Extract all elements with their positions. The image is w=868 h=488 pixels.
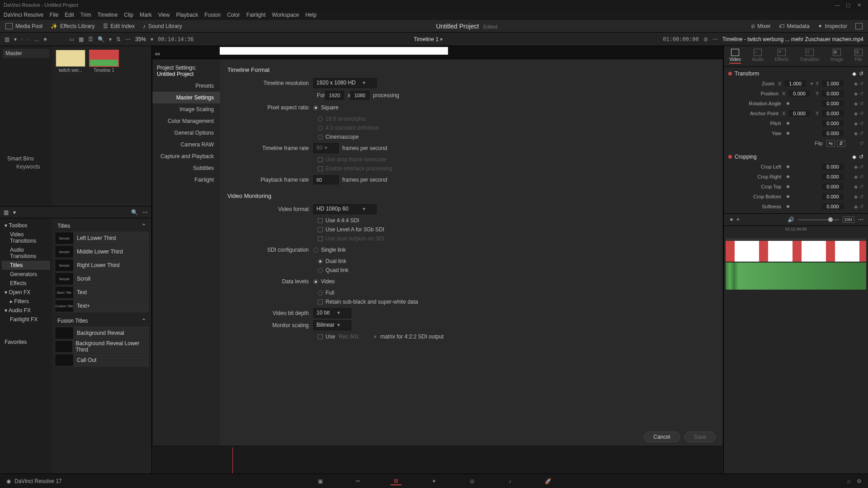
deliver-page[interactable]: 🚀 xyxy=(542,477,553,485)
openfx-node[interactable]: ▾ Open FX xyxy=(2,288,50,297)
dl-video-radio[interactable] xyxy=(313,279,318,284)
filters-node[interactable]: ▸ Filters xyxy=(2,297,50,306)
title-item[interactable]: SampleMiddle Lower Third xyxy=(55,245,149,258)
add-keyframe-icon[interactable]: + xyxy=(736,216,740,223)
playhead[interactable] xyxy=(232,447,233,474)
monitor-scaling-select[interactable]: Bilinear ▾ xyxy=(313,320,351,330)
title-item[interactable]: SampleRight Lower Third xyxy=(55,259,149,272)
cat-fairlight[interactable]: Fairlight xyxy=(152,174,220,186)
rotation-slider[interactable] xyxy=(787,102,789,105)
edit-page[interactable]: ⊞ xyxy=(391,477,401,485)
playback-fr-input[interactable]: 60 xyxy=(313,175,339,184)
keyframe-icon[interactable]: ◆ xyxy=(852,70,856,77)
minimize-icon[interactable]: — xyxy=(832,2,843,8)
menu-fusion[interactable]: Fusion xyxy=(204,12,221,18)
volume-slider[interactable] xyxy=(798,219,839,221)
levela-check[interactable] xyxy=(318,227,323,232)
cancel-button[interactable]: Cancel xyxy=(644,432,679,442)
video-track[interactable] xyxy=(726,238,866,262)
edit-index-button[interactable]: ☰Edit Index xyxy=(103,23,135,29)
crop-top-slider[interactable] xyxy=(787,185,789,188)
menu-trim[interactable]: Trim xyxy=(80,12,91,18)
menu-help[interactable]: Help xyxy=(305,12,316,18)
bin-view-icon[interactable]: ▥ xyxy=(5,36,9,42)
menu-edit[interactable]: Edit xyxy=(65,12,74,18)
titles-node[interactable]: Titles xyxy=(2,261,50,270)
collapse-icon[interactable]: ⌃ xyxy=(142,318,146,324)
inspector-tab-file[interactable]: ▥File xyxy=(854,49,863,64)
par-cine-radio[interactable] xyxy=(318,135,323,140)
fusion-title-item[interactable]: Background Reveal Lower Third xyxy=(55,340,149,353)
fairlight-page[interactable]: ♪ xyxy=(505,477,515,485)
crop-right-slider[interactable] xyxy=(787,175,789,178)
enable-dot-icon[interactable] xyxy=(728,72,732,75)
audio-track[interactable] xyxy=(726,263,866,290)
collapse-icon[interactable]: ⌃ xyxy=(142,223,146,229)
yaw-slider[interactable] xyxy=(787,132,789,135)
maximize-icon[interactable]: ▢ xyxy=(843,2,854,8)
bin-master[interactable]: Master xyxy=(3,49,49,58)
panel-icon[interactable]: ▥ xyxy=(4,209,9,216)
softness-slider[interactable] xyxy=(787,205,789,208)
pos-y[interactable]: 0.000 xyxy=(822,90,844,97)
anchor-x[interactable]: 0.000 xyxy=(788,110,810,117)
menu-clip[interactable]: Clip xyxy=(124,12,133,18)
chevron-down-icon[interactable]: ▾ xyxy=(151,36,153,42)
chevron-down-icon[interactable]: ▾ xyxy=(440,36,443,42)
title-item[interactable]: Custom TitleText+ xyxy=(55,300,149,312)
gear-icon[interactable]: ⚙ xyxy=(857,478,862,484)
use444-check[interactable] xyxy=(318,218,323,223)
chevron-down-icon[interactable]: ▾ xyxy=(13,209,16,216)
menu-file[interactable]: File xyxy=(50,12,58,18)
keyframe-slider[interactable] xyxy=(730,218,733,221)
timeline-ruler[interactable]: 01:11:40:00 xyxy=(724,225,868,238)
sdi-dual-radio[interactable] xyxy=(318,259,323,264)
keywords-bin[interactable]: Keywords xyxy=(7,164,45,170)
sdi-quad-radio[interactable] xyxy=(318,268,323,273)
flip-v-icon[interactable]: ⇵ xyxy=(837,140,845,147)
fusion-page[interactable]: ✦ xyxy=(429,477,439,485)
menu-timeline[interactable]: Timeline xyxy=(97,12,118,18)
use-matrix-check[interactable] xyxy=(318,334,323,339)
metadata-button[interactable]: 🏷Metadata xyxy=(779,23,810,29)
fusion-title-item[interactable]: Call Out xyxy=(55,354,149,366)
media-pool-button[interactable]: Media Pool xyxy=(5,23,42,29)
dim-button[interactable]: DIM xyxy=(843,216,855,223)
title-item[interactable]: SampleScroll xyxy=(55,272,149,285)
cat-image-scaling[interactable]: Image Scaling xyxy=(152,103,220,115)
effects-node[interactable]: Effects xyxy=(2,279,50,288)
crop-left-slider[interactable] xyxy=(787,165,789,168)
fairlightfx-node[interactable]: Fairlight FX xyxy=(2,315,50,324)
go-to-in-icon[interactable]: ⏮ xyxy=(155,51,161,57)
anchor-y[interactable]: 0.000 xyxy=(822,110,844,117)
media-page[interactable]: ▣ xyxy=(315,477,326,485)
cat-subtitles[interactable]: Subtitles xyxy=(152,162,220,174)
keyframe-icon[interactable]: ◆ xyxy=(854,81,858,87)
cat-capture-playback[interactable]: Capture and Playback xyxy=(152,150,220,162)
cut-page[interactable]: ✂ xyxy=(353,477,363,485)
search-icon[interactable]: 🔍 xyxy=(131,209,138,216)
crop-top[interactable]: 0.000 xyxy=(822,183,844,190)
fusion-title-item[interactable]: Background Reveal xyxy=(55,327,149,339)
flip-h-icon[interactable]: ⇋ xyxy=(826,140,835,147)
audio-transitions-node[interactable]: Audio Transitions xyxy=(2,245,50,261)
view-strip-icon[interactable]: ▭ xyxy=(69,36,74,42)
nav-fwd-icon[interactable]: › xyxy=(28,36,29,42)
par-square-radio[interactable] xyxy=(313,105,318,110)
cat-master-settings[interactable]: Master Settings xyxy=(152,92,220,103)
pitch-slider[interactable] xyxy=(787,122,789,125)
menu-fairlight[interactable]: Fairlight xyxy=(246,12,266,18)
rotation-value[interactable]: 0.000 xyxy=(822,100,844,107)
cat-presets[interactable]: Presets xyxy=(152,80,220,92)
cat-camera-raw[interactable]: Camera RAW xyxy=(152,139,220,150)
mixer-button[interactable]: ⎚Mixer xyxy=(751,23,770,29)
crop-bottom-slider[interactable] xyxy=(787,195,789,198)
link-icon[interactable]: ⚭ xyxy=(810,81,814,87)
reset-icon[interactable]: ↺ xyxy=(859,81,863,87)
expand-icon[interactable] xyxy=(855,23,863,29)
timeline-name[interactable]: Timeline 1 xyxy=(414,36,439,42)
menu-workspace[interactable]: Workspace xyxy=(272,12,299,18)
menu-davinci[interactable]: DaVinci Resolve xyxy=(4,12,43,18)
inspector-tab-audio[interactable]: ♪Audio xyxy=(752,49,764,64)
reset-icon[interactable]: ↺ xyxy=(859,70,863,77)
